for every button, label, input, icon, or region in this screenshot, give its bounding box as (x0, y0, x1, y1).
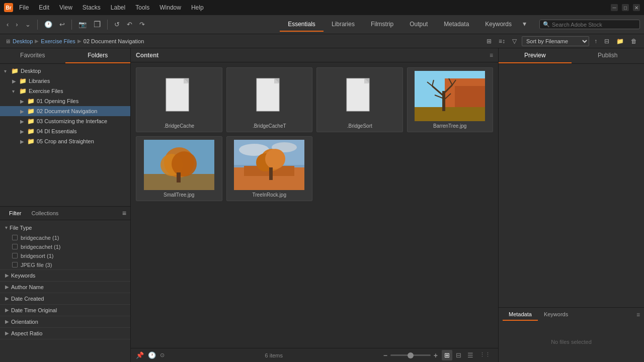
sort-dropdown[interactable]: Sort by Filename Sort by Date Created So… (522, 36, 589, 46)
view-list-button[interactable]: ⊟ (453, 350, 464, 360)
menu-window[interactable]: Window (157, 3, 183, 12)
search-input[interactable] (552, 22, 636, 28)
filter-icon[interactable]: ▽ (510, 37, 519, 46)
tree-item-04-di[interactable]: ▶ 📁 04 DI Essentials (0, 126, 130, 136)
zoom-in-button[interactable]: + (434, 351, 438, 359)
filter-checkbox-bridgecache[interactable] (12, 235, 18, 240)
titlebar-menu: File Edit View Stacks Label Tools Window… (17, 3, 206, 12)
tree-item-libraries[interactable]: ▶ 📁 Libraries (0, 76, 130, 86)
tab-favorites[interactable]: Favorites (0, 48, 65, 63)
filter-section-header-date-time[interactable]: ▶ Date Time Original (0, 305, 130, 316)
filter-section-header-date-created[interactable]: ▶ Date Created (0, 293, 130, 304)
clock-button[interactable]: 🕐 (148, 351, 156, 359)
thumb-barrentree[interactable]: BarrenTree.jpg (407, 67, 494, 132)
filter-arrow-orientation: ▶ (5, 319, 9, 324)
tab-keywords[interactable]: Keywords (477, 18, 520, 32)
tab-metadata-panel[interactable]: Metadata (503, 309, 538, 321)
metadata-menu-icon[interactable]: ≡ (636, 311, 640, 318)
thumb-img-barrentree (415, 71, 485, 121)
camera-button[interactable]: 📷 (76, 19, 89, 30)
filter-tab-filter[interactable]: Filter (4, 208, 26, 218)
thumb-bridgecachet[interactable]: .BridgeCacheT (226, 67, 313, 132)
tab-output[interactable]: Output (401, 18, 436, 32)
filter-checkbox-bridgecachet[interactable] (12, 244, 18, 249)
zoom-slider[interactable] (390, 354, 431, 356)
maximize-button[interactable]: □ (622, 4, 629, 11)
filter-section-header-keywords[interactable]: ▶ Keywords (0, 270, 130, 281)
view-grid-button[interactable]: ⊞ (442, 350, 452, 360)
filter-section-header-orientation[interactable]: ▶ Orientation (0, 316, 130, 327)
tree-item-03-customizing[interactable]: ▶ 📁 03 Customizing the Interface (0, 116, 130, 126)
folder-icon-03-customizing: 📁 (27, 118, 35, 125)
back-button[interactable]: ‹ (4, 19, 11, 30)
menu-help[interactable]: Help (189, 3, 206, 12)
filter-arrow-aspect-ratio: ▶ (5, 330, 9, 336)
rotate-left-button[interactable]: ↶ (124, 19, 135, 30)
breadcrumb-desktop[interactable]: Desktop (13, 38, 33, 44)
new-folder-icon[interactable]: 📁 (614, 37, 626, 46)
filter-section-header-author[interactable]: ▶ Author Name (0, 282, 130, 293)
filter-label-bridgesort: bridgesort (1) (21, 253, 53, 259)
breadcrumb-exercise-files[interactable]: Exercise Files (41, 38, 75, 44)
sort-icon[interactable]: ≡↕ (497, 37, 507, 46)
thumb-bridgesort[interactable]: .BridgeSort (316, 67, 403, 132)
workspace-icon[interactable]: ⊟ (602, 37, 611, 46)
tab-folders[interactable]: Folders (65, 48, 131, 63)
tab-filmstrip[interactable]: Filmstrip (363, 18, 401, 32)
copy-button[interactable]: ❐ (91, 18, 103, 31)
thumb-smalltree[interactable]: SmallTree.jpg (136, 136, 222, 201)
tree-label-03-customizing: 03 Customizing the Interface (37, 118, 107, 124)
tab-essentials[interactable]: Essentials (280, 18, 324, 32)
svg-rect-13 (442, 91, 445, 111)
tree-arrow-libraries: ▶ (12, 78, 17, 84)
nav-dropdown-button[interactable]: ⌄ (23, 19, 33, 30)
tree-arrow-02-document: ▶ (20, 109, 25, 114)
return-button[interactable]: ↩ (57, 19, 67, 30)
recent-button[interactable]: 🕐 (42, 19, 55, 30)
thumb-bridgecache[interactable]: .BridgeCache (136, 67, 222, 132)
filter-label-bridgecachet: bridgecachet (1) (21, 244, 61, 250)
tab-metadata[interactable]: Metadata (436, 18, 477, 32)
filter-section-header-file-type[interactable]: ▾ File Type (0, 222, 130, 233)
view-filmstrip-button[interactable]: ⋮⋮ (477, 350, 493, 360)
menu-view[interactable]: View (57, 3, 74, 12)
filter-checkbox-jpeg[interactable] (12, 262, 18, 267)
menu-label[interactable]: Label (109, 3, 127, 12)
tree-item-05-crop[interactable]: ▶ 📁 05 Crop and Straighten (0, 136, 130, 146)
tab-preview[interactable]: Preview (499, 48, 572, 63)
filter-tab-collections[interactable]: Collections (26, 208, 63, 218)
breadcrumb-right: ⊞ ≡↕ ▽ Sort by Filename Sort by Date Cre… (485, 36, 639, 46)
menu-tools[interactable]: Tools (133, 3, 151, 12)
filter-menu-icon[interactable]: ≡ (122, 209, 126, 217)
tree-item-desktop[interactable]: ▾ 📁 Desktop (0, 66, 130, 76)
menu-file[interactable]: File (17, 3, 31, 12)
tree-item-01-opening[interactable]: ▶ 📁 01 Opening Files (0, 96, 130, 106)
tree-arrow-04-di: ▶ (20, 129, 25, 134)
sort-direction-icon[interactable]: ↑ (592, 37, 599, 46)
close-button[interactable]: ✕ (633, 4, 640, 11)
tab-publish[interactable]: Publish (572, 48, 645, 63)
refresh-button[interactable]: ↺ (112, 19, 122, 30)
content-menu-icon[interactable]: ≡ (490, 52, 493, 59)
tree-item-exercise-files[interactable]: ▾ 📁 Exercise Files (0, 86, 130, 96)
menu-edit[interactable]: Edit (37, 3, 51, 12)
pin-button[interactable]: 📌 (136, 351, 144, 359)
zoom-out-button[interactable]: − (383, 351, 387, 359)
more-tabs-button[interactable]: ▾ (520, 18, 529, 32)
filter-checkbox-bridgesort[interactable] (12, 253, 18, 258)
tree-item-02-document[interactable]: ▶ 📁 02 Document Navigation (0, 106, 130, 116)
menu-stacks[interactable]: Stacks (80, 3, 103, 12)
tab-libraries[interactable]: Libraries (324, 18, 363, 32)
view-mode-icon[interactable]: ⊞ (485, 37, 494, 46)
minimize-button[interactable]: ─ (611, 4, 618, 11)
rotate-right-button[interactable]: ↷ (137, 19, 147, 30)
forward-button[interactable]: › (13, 19, 20, 30)
thumb-treeinrock[interactable]: TreeInRock.jpg (226, 136, 313, 201)
app-icon: Br (4, 3, 13, 12)
breadcrumb-current: 02 Document Navigation (84, 38, 144, 44)
thumb-label-treeinrock: TreeInRock.jpg (253, 192, 286, 198)
filter-section-header-aspect-ratio[interactable]: ▶ Aspect Ratio (0, 328, 130, 339)
tab-keywords-panel[interactable]: Keywords (538, 309, 574, 321)
delete-icon[interactable]: 🗑 (629, 37, 639, 46)
view-detail-button[interactable]: ☰ (465, 350, 476, 360)
